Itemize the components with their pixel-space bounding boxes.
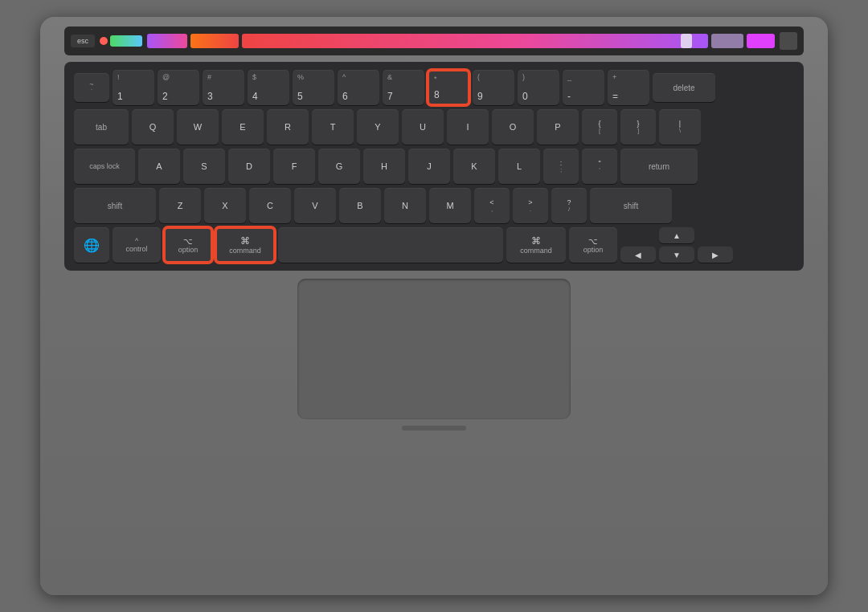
- key-s[interactable]: S: [183, 149, 225, 184]
- key-control[interactable]: ^ control: [113, 227, 161, 263]
- key-m[interactable]: M: [429, 188, 471, 223]
- key-2[interactable]: @ 2: [158, 70, 199, 105]
- key-y[interactable]: Y: [357, 109, 399, 145]
- tb-controls: [100, 35, 142, 47]
- key-u[interactable]: U: [402, 109, 444, 145]
- key-space[interactable]: [278, 227, 503, 263]
- key-option-left[interactable]: ⌥ option: [164, 227, 212, 263]
- key-l[interactable]: L: [498, 149, 540, 184]
- key-i[interactable]: I: [447, 109, 489, 145]
- key-quote[interactable]: " ': [582, 149, 617, 184]
- key-8[interactable]: * 8: [428, 70, 469, 105]
- bottom-row: 🌐 ^ control ⌥ option ⌘ command ⌘ command…: [74, 227, 794, 263]
- chin-notch: [402, 426, 466, 430]
- key-command-left[interactable]: ⌘ command: [215, 227, 275, 263]
- key-backtick[interactable]: ~ `: [74, 73, 109, 102]
- key-o[interactable]: O: [492, 109, 534, 145]
- key-arrow-up[interactable]: ▲: [659, 227, 694, 243]
- asdf-row: caps lock A S D F G H J K L : ; " ' retu…: [74, 149, 794, 184]
- bottom-chin: [64, 426, 804, 430]
- key-n[interactable]: N: [384, 188, 426, 223]
- key-arrow-right[interactable]: ▶: [698, 247, 733, 263]
- key-close-bracket[interactable]: } ]: [620, 109, 656, 145]
- key-z[interactable]: Z: [159, 188, 201, 223]
- key-backslash[interactable]: | \: [659, 109, 701, 145]
- key-6[interactable]: ^ 6: [338, 70, 379, 105]
- key-t[interactable]: T: [312, 109, 354, 145]
- key-d[interactable]: D: [228, 149, 270, 184]
- key-caps-lock[interactable]: caps lock: [74, 149, 135, 184]
- key-b[interactable]: B: [339, 188, 381, 223]
- key-option-right[interactable]: ⌥ option: [569, 227, 617, 263]
- key-e[interactable]: E: [222, 109, 264, 145]
- key-q[interactable]: Q: [132, 109, 174, 145]
- key-9[interactable]: ( 9: [473, 70, 514, 105]
- key-arrow-left[interactable]: ◀: [620, 247, 656, 263]
- key-c[interactable]: C: [249, 188, 291, 223]
- qwerty-row: tab Q W E R T Y U I O P { [ } ] | \: [74, 109, 794, 145]
- tb-segment-1: [147, 34, 187, 48]
- key-slash[interactable]: ? /: [551, 188, 587, 223]
- key-a[interactable]: A: [138, 149, 180, 184]
- key-arrow-down[interactable]: ▼: [659, 247, 694, 263]
- key-f[interactable]: F: [273, 149, 315, 184]
- zxcv-row: shift Z X C V B N M < , > . ? / shift: [74, 188, 794, 223]
- key-k[interactable]: K: [453, 149, 495, 184]
- key-semicolon[interactable]: : ;: [543, 149, 579, 184]
- tb-close-dot: [100, 37, 108, 45]
- key-0[interactable]: ) 0: [518, 70, 559, 105]
- number-row: ~ ` ! 1 @ 2 # 3 $ 4 % 5: [74, 70, 794, 105]
- tb-segment-5: [747, 34, 775, 48]
- key-r[interactable]: R: [267, 109, 309, 145]
- key-3[interactable]: # 3: [203, 70, 244, 105]
- key-1[interactable]: ! 1: [113, 70, 154, 105]
- key-w[interactable]: W: [177, 109, 219, 145]
- tb-segment-4: [711, 34, 743, 48]
- key-j[interactable]: J: [408, 149, 450, 184]
- tb-brightness-bar[interactable]: [110, 35, 142, 47]
- key-v[interactable]: V: [294, 188, 336, 223]
- key-open-bracket[interactable]: { [: [582, 109, 617, 145]
- key-globe[interactable]: 🌐: [74, 227, 109, 263]
- key-4[interactable]: $ 4: [248, 70, 289, 105]
- key-return[interactable]: return: [620, 149, 698, 184]
- trackpad[interactable]: [297, 279, 571, 419]
- tb-segment-2: [190, 34, 239, 48]
- key-shift-left[interactable]: shift: [74, 188, 156, 223]
- key-7[interactable]: & 7: [383, 70, 424, 105]
- key-comma[interactable]: < ,: [474, 188, 510, 223]
- key-h[interactable]: H: [363, 149, 405, 184]
- key-g[interactable]: G: [318, 149, 360, 184]
- tb-power-button[interactable]: [780, 32, 797, 50]
- key-period[interactable]: > .: [513, 188, 548, 223]
- laptop-body: esc ~ ` ! 1 @: [40, 17, 828, 595]
- touch-bar: esc: [64, 27, 804, 55]
- key-equals[interactable]: + =: [608, 70, 649, 105]
- key-x[interactable]: X: [204, 188, 246, 223]
- key-minus[interactable]: _ -: [563, 70, 604, 105]
- key-p[interactable]: P: [537, 109, 579, 145]
- tb-segment-3[interactable]: [242, 34, 708, 48]
- tb-display-area: [147, 32, 775, 50]
- key-delete[interactable]: delete: [653, 73, 715, 102]
- esc-key[interactable]: esc: [71, 35, 95, 47]
- keyboard: ~ ` ! 1 @ 2 # 3 $ 4 % 5: [64, 62, 804, 271]
- key-5[interactable]: % 5: [293, 70, 334, 105]
- key-command-right[interactable]: ⌘ command: [506, 227, 566, 263]
- key-shift-right[interactable]: shift: [590, 188, 672, 223]
- tb-slider[interactable]: [681, 34, 692, 48]
- key-tab[interactable]: tab: [74, 109, 129, 145]
